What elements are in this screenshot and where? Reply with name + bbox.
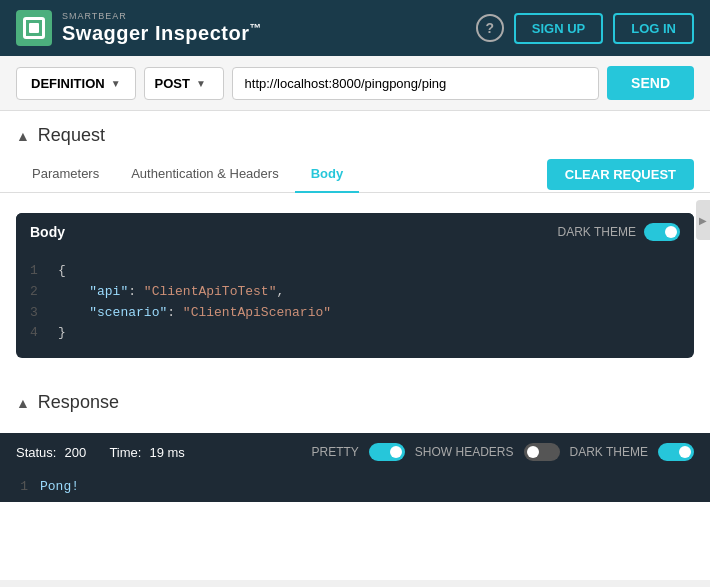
app-header: SMARTBEAR Swagger Inspector™ ? SIGN UP L…: [0, 0, 710, 56]
request-section-header: ▲ Request: [0, 111, 710, 156]
body-editor: Body DARK THEME 1 { 2 "api": "ClientApiT…: [16, 213, 694, 358]
logo-box: [16, 10, 52, 46]
show-headers-label: SHOW HEADERS: [415, 445, 514, 459]
tab-body[interactable]: Body: [295, 156, 360, 193]
sign-up-button[interactable]: SIGN UP: [514, 13, 603, 44]
code-area[interactable]: 1 { 2 "api": "ClientApiToTest", 3 "scena…: [16, 251, 694, 358]
request-section-title: Request: [38, 125, 105, 146]
status-info: Status: 200 Time: 19 ms: [16, 445, 185, 460]
request-tabs-bar: Parameters Authentication & Headers Body…: [0, 156, 710, 193]
brand-top: SMARTBEAR: [62, 11, 262, 21]
status-label: Status:: [16, 445, 56, 460]
response-editor: Status: 200 Time: 19 ms PRETTY SHOW HEAD…: [0, 433, 710, 502]
log-in-button[interactable]: LOG IN: [613, 13, 694, 44]
code-line-4: 4 }: [30, 323, 680, 344]
dark-theme-label: DARK THEME: [558, 225, 636, 239]
response-section: ▲ Response Status: 200 Time: 19 ms PRETT…: [0, 378, 710, 502]
time-value: 19 ms: [149, 445, 184, 460]
help-button[interactable]: ?: [476, 14, 504, 42]
response-line-1: 1 Pong!: [0, 477, 710, 496]
response-code-area: 1 Pong!: [0, 471, 710, 502]
response-section-header: ▲ Response: [0, 378, 710, 423]
response-controls: PRETTY SHOW HEADERS DARK THEME: [312, 443, 695, 461]
logo-icon: [23, 17, 45, 39]
pretty-toggle[interactable]: [369, 443, 405, 461]
side-handle[interactable]: ▶: [696, 200, 710, 240]
response-editor-header: Status: 200 Time: 19 ms PRETTY SHOW HEAD…: [0, 433, 710, 471]
code-line-2: 2 "api": "ClientApiToTest",: [30, 282, 680, 303]
dark-theme-toggle[interactable]: [644, 223, 680, 241]
response-dark-theme-label: DARK THEME: [570, 445, 648, 459]
main-content: ▲ Request Parameters Authentication & He…: [0, 111, 710, 580]
header-actions: ? SIGN UP LOG IN: [476, 13, 694, 44]
send-button[interactable]: SEND: [607, 66, 694, 100]
body-label: Body: [30, 224, 65, 240]
response-collapse-icon[interactable]: ▲: [16, 395, 30, 411]
dark-theme-control: DARK THEME: [558, 223, 680, 241]
code-line-3: 3 "scenario": "ClientApiScenario": [30, 303, 680, 324]
code-line-1: 1 {: [30, 261, 680, 282]
response-dark-theme-toggle[interactable]: [658, 443, 694, 461]
logo-area: SMARTBEAR Swagger Inspector™: [16, 10, 476, 46]
definition-button[interactable]: DEFINITION ▼: [16, 67, 136, 100]
time-label: Time:: [109, 445, 141, 460]
body-editor-header: Body DARK THEME: [16, 213, 694, 251]
definition-chevron-icon: ▼: [111, 78, 121, 89]
toolbar: DEFINITION ▼ POST ▼ SEND: [0, 56, 710, 111]
method-chevron-icon: ▼: [196, 78, 206, 89]
clear-request-button[interactable]: CLEAR REQUEST: [547, 159, 694, 190]
request-collapse-icon[interactable]: ▲: [16, 128, 30, 144]
url-input[interactable]: [232, 67, 600, 100]
method-select[interactable]: POST ▼: [144, 67, 224, 100]
status-value: 200: [64, 445, 86, 460]
tab-auth-headers[interactable]: Authentication & Headers: [115, 156, 294, 193]
pretty-label: PRETTY: [312, 445, 359, 459]
response-content: Pong!: [40, 479, 79, 494]
show-headers-toggle[interactable]: [524, 443, 560, 461]
tab-parameters[interactable]: Parameters: [16, 156, 115, 193]
response-section-title: Response: [38, 392, 119, 413]
brand-main: Swagger Inspector™: [62, 21, 262, 45]
app-title: SMARTBEAR Swagger Inspector™: [62, 11, 262, 45]
